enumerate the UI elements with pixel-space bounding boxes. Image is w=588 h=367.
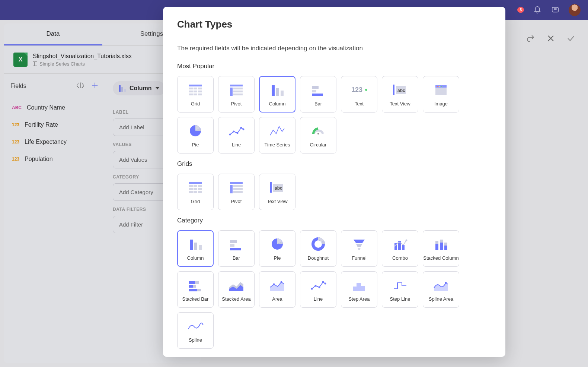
bar-icon [309,82,327,97]
chat-icon[interactable] [551,6,560,15]
svg-point-83 [319,286,320,288]
pivot-icon [227,82,246,97]
svg-point-29 [229,133,231,135]
chart-card-line[interactable]: Line [300,271,336,308]
svg-rect-9 [233,88,243,89]
chart-card-grid[interactable]: Grid [177,174,214,210]
svg-point-32 [240,127,242,129]
chart-card-line[interactable]: Line [218,117,255,154]
svg-text:123: 123 [351,86,362,94]
chart-card-funnel[interactable]: Funnel [341,230,377,267]
svg-rect-70 [189,281,195,284]
chart-card-label: Step Area [348,296,370,302]
pivot-icon [227,180,246,195]
avatar[interactable] [569,4,581,16]
svg-rect-4 [189,94,202,95]
chart-card-pie[interactable]: Pie [177,117,214,154]
svg-rect-13 [276,88,279,96]
chart-card-label: Doughnut [308,255,329,261]
chart-card-label: Stacked Column [423,255,458,261]
chart-card-label: Bar [233,255,240,261]
column-icon [186,237,205,251]
chart-card-label: Combo [392,255,408,261]
chart-card-text[interactable]: 123Text [341,76,377,113]
svg-point-80 [281,281,282,283]
section-grids: Grids [177,160,491,168]
chart-card-time-series[interactable]: Time Series [259,117,295,154]
chart-card-pivot[interactable]: Pivot [218,174,255,210]
chart-card-stacked-column[interactable]: Stacked Column [423,230,459,267]
svg-rect-20 [393,85,394,95]
chart-card-label: Text [355,101,364,107]
line-icon [227,123,246,138]
bell-icon[interactable] [533,6,542,15]
stacked-area-icon [227,278,246,292]
chart-card-label: Grid [191,199,200,204]
svg-rect-46 [270,182,272,193]
chart-card-spline[interactable]: Spline [177,312,214,349]
chart-card-stacked-area[interactable]: Stacked Area [218,271,255,308]
svg-rect-53 [230,244,234,247]
svg-rect-72 [189,285,193,288]
line-icon [309,278,327,292]
chart-card-pivot[interactable]: Pivot [218,76,255,113]
notif-badge[interactable]: 5 [517,7,524,13]
modal-description: The required fields will be indicated de… [177,45,491,52]
chart-card-circular[interactable]: Circular [300,117,336,154]
svg-rect-52 [230,240,237,243]
pie-icon [268,237,287,251]
chart-card-text-view[interactable]: abcText View [259,174,295,210]
chart-card-area[interactable]: Area [259,271,295,308]
section-most-popular: Most Popular [177,63,491,70]
chart-card-bar[interactable]: Bar [218,230,255,267]
chart-card-combo[interactable]: Combo [382,230,418,267]
chart-card-label: Area [272,296,282,302]
svg-point-85 [325,282,326,284]
svg-rect-37 [189,188,202,190]
chart-card-column[interactable]: Column [259,76,295,113]
chart-card-label: Stacked Bar [182,296,209,302]
text-view-icon: abc [268,180,287,195]
doughnut-icon [309,237,327,251]
chart-card-label: Funnel [352,255,367,261]
chart-card-label: Image [434,101,448,107]
svg-rect-35 [189,182,202,184]
svg-rect-14 [281,91,284,96]
chart-card-column[interactable]: Column [177,230,214,267]
funnel-icon [350,237,368,251]
svg-rect-2 [189,88,202,89]
chart-card-spline-area[interactable]: Spline Area [423,271,459,308]
circular-icon [309,123,327,138]
svg-rect-73 [193,285,196,288]
chart-card-image[interactable]: Image [423,76,459,113]
chart-card-doughnut[interactable]: Doughnut [300,230,336,267]
chart-card-grid[interactable]: Grid [177,76,214,113]
svg-rect-17 [312,94,323,96]
svg-rect-41 [230,182,243,184]
chart-card-pie[interactable]: Pie [259,230,295,267]
svg-marker-86 [353,283,365,291]
chart-card-label: Circular [310,142,327,148]
chart-card-label: Stacked Area [222,296,250,302]
svg-marker-59 [358,248,361,250]
svg-point-63 [406,239,408,241]
svg-rect-71 [195,281,199,284]
svg-rect-43 [233,185,243,187]
chart-card-label: Pie [192,142,199,148]
chart-card-text-view[interactable]: abcText View [382,76,418,113]
chart-card-step-line[interactable]: Step Line [382,271,418,308]
svg-point-84 [322,281,324,283]
chart-card-bar[interactable]: Bar [300,76,336,113]
svg-point-30 [233,130,235,132]
svg-point-34 [317,133,319,135]
chart-card-label: Text View [390,101,410,107]
chart-card-step-area[interactable]: Step Area [341,271,377,308]
grid-icon [186,180,205,195]
chart-card-stacked-bar[interactable]: Stacked Bar [177,271,214,308]
svg-rect-67 [440,240,443,243]
chart-card-label: Pivot [231,199,242,204]
svg-rect-11 [233,94,243,95]
text-view-icon: abc [391,82,409,97]
modal-title: Chart Types [177,19,491,30]
spline-area-icon [432,278,450,292]
